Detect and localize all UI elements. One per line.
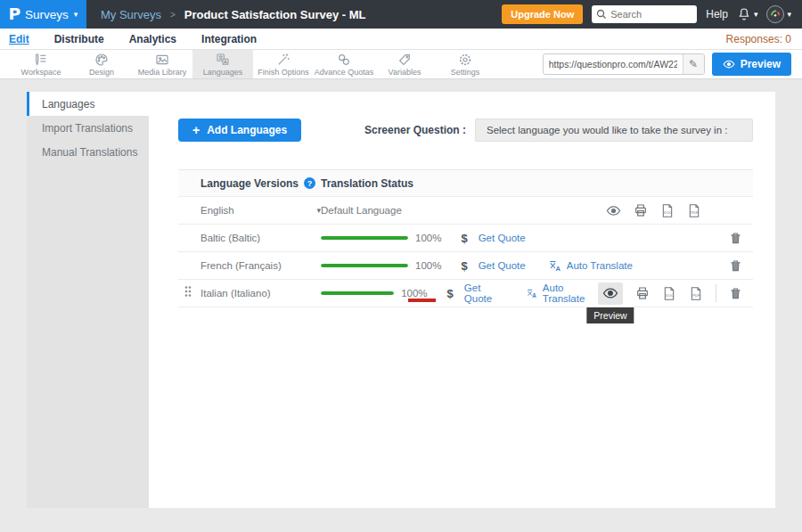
table-row-french: French (Français) 100% $ Get Quote A Aut… (178, 252, 753, 280)
auto-translate-link[interactable]: Auto Translate (543, 282, 598, 304)
upgrade-now-button[interactable]: Upgrade Now (502, 4, 583, 24)
red-underline-annotation (408, 299, 436, 302)
get-quote-link[interactable]: Get Quote (479, 233, 526, 243)
breadcrumb-my-surveys[interactable]: My Surveys (101, 8, 161, 21)
toolbar-item-media-library[interactable]: Media Library (132, 50, 192, 78)
tab-edit[interactable]: Edit (9, 33, 29, 45)
drag-handle-icon[interactable] (184, 285, 192, 301)
help-link[interactable]: Help (706, 8, 728, 20)
breadcrumb: My Surveys > Product Satisfaction Survey… (101, 8, 365, 21)
status-cell: 100% $ Get Quote (321, 232, 729, 245)
trash-icon[interactable] (729, 286, 742, 300)
toolbar-item-variables[interactable]: Variables (374, 50, 435, 78)
progress-percent: 100% (415, 233, 441, 243)
finish-options-icon (276, 53, 291, 67)
toolbar-item-label: Variables (389, 68, 421, 77)
add-languages-label: Add Languages (207, 124, 287, 136)
toolbar-item-label: Media Library (138, 68, 187, 77)
surveys-app-menu[interactable]: P Surveys ▾ (0, 0, 86, 29)
sidebar-item-import-translations[interactable]: Import Translations (27, 116, 149, 140)
preview-tooltip: Preview (586, 307, 634, 323)
eye-icon (602, 285, 618, 301)
toolbar-item-advance-quotas[interactable]: Advance Quotas (314, 50, 374, 78)
auto-translate-link[interactable]: Auto Translate (567, 260, 633, 271)
toolbar-item-finish-options[interactable]: Finish Options (253, 50, 314, 78)
toolbar-item-workspace[interactable]: Workspace (11, 50, 71, 78)
toolbar-item-label: Settings (451, 68, 480, 77)
table-row-italian: Italian (Italiano) 100% $ Get Quote A Au… (178, 280, 753, 307)
toolbar-item-label: Advance Quotas (315, 68, 374, 77)
sidebar-item-languages[interactable]: Languages (27, 92, 149, 116)
edit-url-pencil-icon[interactable]: ✎ (683, 54, 704, 74)
trash-icon[interactable] (729, 231, 742, 245)
account-menu[interactable]: ▾ (766, 5, 791, 23)
print-icon[interactable] (635, 286, 650, 300)
chevron-down-icon: ▾ (787, 11, 791, 19)
table-header-row: Language Versions ? Translation Status (178, 169, 753, 197)
translation-progress-bar (321, 264, 408, 267)
survey-url-input[interactable] (544, 59, 683, 70)
tab-analytics[interactable]: Analytics (129, 33, 176, 45)
languages-panel: + Add Languages Screener Question : Sele… (149, 92, 775, 508)
svg-text:DOC: DOC (664, 209, 672, 214)
translation-progress-bar (321, 236, 408, 240)
notifications-menu[interactable]: ▾ (737, 7, 758, 21)
help-icon[interactable]: ? (304, 177, 315, 189)
search-input[interactable] (610, 9, 687, 20)
dollar-icon[interactable]: $ (461, 232, 467, 245)
toolbar-item-languages[interactable]: Languages (192, 50, 253, 78)
preview-button[interactable]: Preview (712, 53, 791, 76)
print-icon[interactable] (634, 203, 648, 217)
tab-integration[interactable]: Integration (201, 33, 257, 45)
plus-icon: + (192, 123, 200, 137)
row-actions (729, 258, 753, 273)
language-name: Italian (Italiano) (200, 288, 271, 299)
status-cell: Default Language (321, 205, 606, 216)
languages-icon (216, 53, 230, 67)
language-name-cell: Italian (Italiano) (178, 288, 321, 299)
sidebar-item-label: Languages (42, 98, 94, 110)
get-quote-link[interactable]: Get Quote (479, 260, 526, 271)
survey-section-nav: Edit Distribute Analytics Integration Re… (0, 29, 802, 50)
row-actions: DOC PDF (606, 203, 712, 218)
variables-icon (397, 53, 412, 67)
header-language-versions: Language Versions ? (178, 177, 321, 190)
trash-icon[interactable] (729, 258, 742, 273)
default-language-label: Default Language (321, 205, 402, 216)
edit-toolbar: Workspace Design Media Library Languages… (0, 50, 802, 79)
pdf-export-icon[interactable]: PDF (689, 286, 703, 301)
sidebar-item-manual-translations[interactable]: Manual Translations (27, 140, 149, 164)
tab-distribute[interactable]: Distribute (54, 33, 104, 45)
screener-question-select[interactable]: Select language you would like to take t… (475, 119, 753, 142)
screener-question-value: Select language you would like to take t… (487, 125, 727, 135)
toolbar-item-settings[interactable]: Settings (435, 50, 495, 78)
toolbar-item-design[interactable]: Design (71, 50, 132, 78)
language-name-cell: English ▾ (178, 205, 321, 216)
global-search[interactable] (592, 5, 697, 23)
search-icon (596, 9, 607, 20)
add-languages-button[interactable]: + Add Languages (178, 119, 301, 142)
advance-quotas-icon (337, 53, 351, 67)
auto-translate-icon[interactable]: A (549, 259, 562, 273)
media-library-icon (155, 53, 169, 67)
responses-count[interactable]: Responses: 0 (726, 33, 791, 45)
toolbar-item-label: Languages (203, 68, 243, 77)
eye-icon[interactable] (606, 203, 621, 218)
default-language-select[interactable]: English ▾ (200, 205, 321, 216)
dollar-icon[interactable]: $ (447, 287, 454, 300)
preview-button-label: Preview (741, 58, 781, 70)
row-actions (729, 231, 753, 245)
svg-text:PDF: PDF (692, 292, 700, 297)
questionpro-logo-icon: P (8, 5, 20, 23)
screener-question-label: Screener Question : (364, 124, 466, 136)
doc-export-icon[interactable]: DOC (660, 203, 675, 218)
progress-percent: 100% (401, 288, 427, 299)
get-quote-link[interactable]: Get Quote (464, 282, 503, 304)
toolbar-item-label: Design (89, 68, 114, 77)
workspace-icon (34, 53, 48, 67)
doc-export-icon[interactable]: DOC (662, 286, 676, 301)
pdf-export-icon[interactable]: PDF (687, 203, 701, 218)
auto-translate-icon[interactable]: A (527, 287, 538, 300)
dollar-icon[interactable]: $ (461, 259, 467, 273)
preview-eye-button[interactable]: Preview (598, 282, 623, 305)
